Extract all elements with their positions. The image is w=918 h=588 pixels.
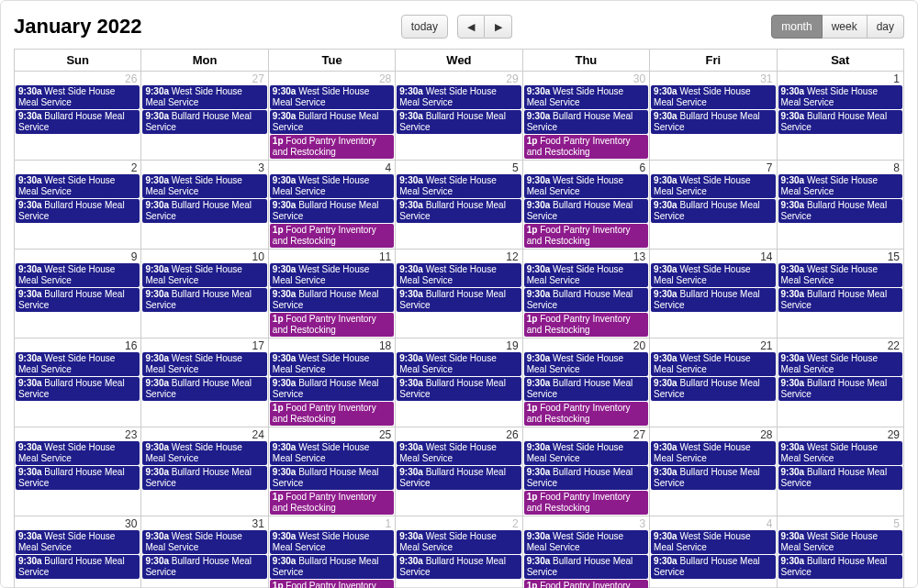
day-cell[interactable]: 199:30a West Side House Meal Service9:30… [396,338,522,427]
day-cell[interactable]: 309:30a West Side House Meal Service9:30… [522,72,649,161]
event-westside[interactable]: 9:30a West Side House Meal Service [16,263,140,287]
event-pantry[interactable]: 1p Food Pantry Inventory and Restocking [270,224,394,248]
day-cell[interactable]: 159:30a West Side House Meal Service9:30… [777,250,903,338]
event-westside[interactable]: 9:30a West Side House Meal Service [778,85,902,109]
event-westside[interactable]: 9:30a West Side House Meal Service [524,530,648,554]
event-bullard[interactable]: 9:30a Bullard House Meal Service [270,199,394,223]
day-cell[interactable]: 39:30a West Side House Meal Service9:30a… [141,161,268,250]
event-westside[interactable]: 9:30a West Side House Meal Service [651,263,775,287]
event-bullard[interactable]: 9:30a Bullard House Meal Service [270,110,394,134]
event-westside[interactable]: 9:30a West Side House Meal Service [778,263,902,287]
event-bullard[interactable]: 9:30a Bullard House Meal Service [778,199,902,223]
event-westside[interactable]: 9:30a West Side House Meal Service [16,352,140,376]
event-westside[interactable]: 9:30a West Side House Meal Service [397,263,521,287]
event-bullard[interactable]: 9:30a Bullard House Meal Service [397,110,521,134]
event-westside[interactable]: 9:30a West Side House Meal Service [524,85,648,109]
next-button[interactable]: ▶ [485,15,512,39]
event-bullard[interactable]: 9:30a Bullard House Meal Service [270,288,394,312]
event-bullard[interactable]: 9:30a Bullard House Meal Service [16,377,140,401]
day-cell[interactable]: 319:30a West Side House Meal Service9:30… [141,516,268,589]
event-bullard[interactable]: 9:30a Bullard House Meal Service [397,199,521,223]
event-westside[interactable]: 9:30a West Side House Meal Service [270,352,394,376]
event-westside[interactable]: 9:30a West Side House Meal Service [651,441,775,465]
day-cell[interactable]: 99:30a West Side House Meal Service9:30a… [15,250,141,338]
prev-button[interactable]: ◀ [457,15,485,39]
event-pantry[interactable]: 1p Food Pantry Inventory and Restocking [524,224,648,248]
day-cell[interactable]: 59:30a West Side House Meal Service9:30a… [396,161,522,250]
event-westside[interactable]: 9:30a West Side House Meal Service [524,263,648,287]
event-pantry[interactable]: 1p Food Pantry Inventory and Restocking [270,402,394,426]
event-bullard[interactable]: 9:30a Bullard House Meal Service [142,466,266,490]
today-button[interactable]: today [401,15,448,39]
event-bullard[interactable]: 9:30a Bullard House Meal Service [778,110,902,134]
event-bullard[interactable]: 9:30a Bullard House Meal Service [778,466,902,490]
event-westside[interactable]: 9:30a West Side House Meal Service [397,530,521,554]
event-bullard[interactable]: 9:30a Bullard House Meal Service [142,288,266,312]
day-cell[interactable]: 259:30a West Side House Meal Service9:30… [268,427,395,516]
event-bullard[interactable]: 9:30a Bullard House Meal Service [142,555,266,579]
event-pantry[interactable]: 1p Food Pantry Inventory and Restocking [524,580,648,588]
event-pantry[interactable]: 1p Food Pantry Inventory and Restocking [524,313,648,337]
event-bullard[interactable]: 9:30a Bullard House Meal Service [651,466,775,490]
event-westside[interactable]: 9:30a West Side House Meal Service [16,174,140,198]
event-bullard[interactable]: 9:30a Bullard House Meal Service [651,199,775,223]
day-cell[interactable]: 69:30a West Side House Meal Service9:30a… [522,161,649,250]
event-westside[interactable]: 9:30a West Side House Meal Service [270,530,394,554]
event-westside[interactable]: 9:30a West Side House Meal Service [778,174,902,198]
day-cell[interactable]: 89:30a West Side House Meal Service9:30a… [777,161,903,250]
event-westside[interactable]: 9:30a West Side House Meal Service [524,441,648,465]
event-westside[interactable]: 9:30a West Side House Meal Service [397,441,521,465]
event-bullard[interactable]: 9:30a Bullard House Meal Service [142,377,266,401]
event-westside[interactable]: 9:30a West Side House Meal Service [651,530,775,554]
event-westside[interactable]: 9:30a West Side House Meal Service [524,352,648,376]
event-bullard[interactable]: 9:30a Bullard House Meal Service [397,466,521,490]
event-pantry[interactable]: 1p Food Pantry Inventory and Restocking [270,135,394,159]
event-bullard[interactable]: 9:30a Bullard House Meal Service [142,110,266,134]
event-bullard[interactable]: 9:30a Bullard House Meal Service [778,555,902,579]
day-cell[interactable]: 59:30a West Side House Meal Service9:30a… [777,516,903,589]
event-bullard[interactable]: 9:30a Bullard House Meal Service [524,110,648,134]
day-cell[interactable]: 279:30a West Side House Meal Service9:30… [141,72,268,161]
day-cell[interactable]: 119:30a West Side House Meal Service9:30… [268,250,395,338]
day-cell[interactable]: 309:30a West Side House Meal Service9:30… [15,516,141,589]
event-westside[interactable]: 9:30a West Side House Meal Service [651,352,775,376]
day-cell[interactable]: 49:30a West Side House Meal Service9:30a… [650,516,777,589]
event-westside[interactable]: 9:30a West Side House Meal Service [397,85,521,109]
day-cell[interactable]: 79:30a West Side House Meal Service9:30a… [650,161,777,250]
event-westside[interactable]: 9:30a West Side House Meal Service [524,174,648,198]
day-cell[interactable]: 139:30a West Side House Meal Service9:30… [522,250,649,338]
day-cell[interactable]: 279:30a West Side House Meal Service9:30… [522,427,649,516]
day-cell[interactable]: 229:30a West Side House Meal Service9:30… [777,338,903,427]
event-pantry[interactable]: 1p Food Pantry Inventory and Restocking [524,402,648,426]
event-bullard[interactable]: 9:30a Bullard House Meal Service [142,199,266,223]
event-bullard[interactable]: 9:30a Bullard House Meal Service [397,377,521,401]
event-bullard[interactable]: 9:30a Bullard House Meal Service [651,288,775,312]
event-westside[interactable]: 9:30a West Side House Meal Service [778,441,902,465]
event-bullard[interactable]: 9:30a Bullard House Meal Service [270,555,394,579]
day-cell[interactable]: 39:30a West Side House Meal Service9:30a… [522,516,649,589]
event-bullard[interactable]: 9:30a Bullard House Meal Service [651,110,775,134]
event-westside[interactable]: 9:30a West Side House Meal Service [142,263,266,287]
event-pantry[interactable]: 1p Food Pantry Inventory and Restocking [270,313,394,337]
day-cell[interactable]: 209:30a West Side House Meal Service9:30… [522,338,649,427]
event-bullard[interactable]: 9:30a Bullard House Meal Service [16,466,140,490]
event-pantry[interactable]: 1p Food Pantry Inventory and Restocking [524,135,648,159]
event-bullard[interactable]: 9:30a Bullard House Meal Service [524,555,648,579]
event-bullard[interactable]: 9:30a Bullard House Meal Service [524,288,648,312]
event-westside[interactable]: 9:30a West Side House Meal Service [270,174,394,198]
event-pantry[interactable]: 1p Food Pantry Inventory and Restocking [524,491,648,515]
day-cell[interactable]: 109:30a West Side House Meal Service9:30… [141,250,268,338]
event-bullard[interactable]: 9:30a Bullard House Meal Service [524,466,648,490]
event-pantry[interactable]: 1p Food Pantry Inventory and Restocking [270,491,394,515]
day-cell[interactable]: 129:30a West Side House Meal Service9:30… [396,250,522,338]
day-cell[interactable]: 19:30a West Side House Meal Service9:30a… [268,516,395,589]
day-cell[interactable]: 299:30a West Side House Meal Service9:30… [396,72,522,161]
day-cell[interactable]: 289:30a West Side House Meal Service9:30… [268,72,395,161]
event-westside[interactable]: 9:30a West Side House Meal Service [270,441,394,465]
event-westside[interactable]: 9:30a West Side House Meal Service [142,352,266,376]
event-westside[interactable]: 9:30a West Side House Meal Service [142,85,266,109]
event-bullard[interactable]: 9:30a Bullard House Meal Service [397,555,521,579]
day-cell[interactable]: 29:30a West Side House Meal Service9:30a… [15,161,141,250]
event-bullard[interactable]: 9:30a Bullard House Meal Service [16,110,140,134]
event-bullard[interactable]: 9:30a Bullard House Meal Service [16,288,140,312]
